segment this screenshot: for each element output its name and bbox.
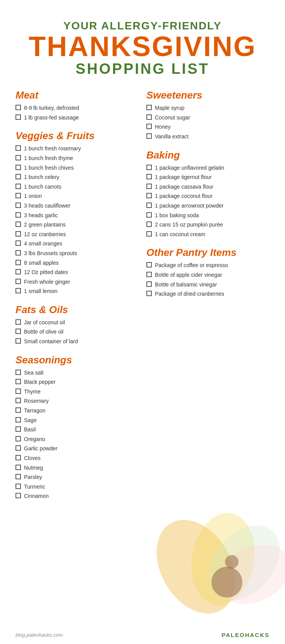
checkbox[interactable] <box>15 155 21 160</box>
list-item[interactable]: 1 bunch fresh rosemary <box>15 145 139 153</box>
checkbox[interactable] <box>15 231 21 237</box>
checkbox[interactable] <box>15 379 21 384</box>
checkbox[interactable] <box>146 193 152 198</box>
checkbox[interactable] <box>15 407 21 413</box>
checkbox[interactable] <box>146 124 152 129</box>
checkbox[interactable] <box>146 221 152 227</box>
checkbox[interactable] <box>15 174 21 179</box>
list-item[interactable]: 3 heads garlic <box>15 212 139 220</box>
checkbox[interactable] <box>15 250 21 256</box>
checkbox[interactable] <box>146 174 152 179</box>
checkbox[interactable] <box>146 114 152 120</box>
list-item[interactable]: 1 package coconut flour <box>146 193 270 200</box>
list-item[interactable]: Package of dried cranberries <box>146 290 270 298</box>
checkbox[interactable] <box>15 465 21 470</box>
list-item[interactable]: 1 bunch fresh thyme <box>15 155 139 162</box>
list-item[interactable]: 4 small oranges <box>15 240 139 248</box>
list-item[interactable]: Coconut sugar <box>146 114 270 122</box>
list-item[interactable]: Fresh whole ginger <box>15 278 139 286</box>
list-item[interactable]: 1 onion <box>15 193 139 200</box>
list-item[interactable]: 1 package tigernut flour <box>146 174 270 181</box>
list-item[interactable]: 12 Oz pitted dates <box>15 269 139 276</box>
checkbox[interactable] <box>15 370 21 375</box>
checkbox[interactable] <box>15 279 21 284</box>
list-item[interactable]: 8 small apples <box>15 259 139 267</box>
list-item[interactable]: Black pepper <box>15 378 139 386</box>
checkbox[interactable] <box>15 436 21 441</box>
checkbox[interactable] <box>15 184 21 189</box>
list-item[interactable]: Sage <box>15 417 139 424</box>
checkbox[interactable] <box>15 426 21 432</box>
checkbox[interactable] <box>15 221 21 227</box>
list-item[interactable]: Sea salt <box>15 369 139 377</box>
list-item[interactable]: Jar of coconut oil <box>15 319 139 327</box>
checkbox[interactable] <box>146 262 152 267</box>
list-item[interactable]: 1 small lemon <box>15 288 139 295</box>
list-item[interactable]: Turmeric <box>15 483 139 491</box>
list-item[interactable]: Package of coffee or espresso <box>146 262 270 269</box>
checkbox[interactable] <box>15 260 21 265</box>
checkbox[interactable] <box>15 212 21 218</box>
checkbox[interactable] <box>15 165 21 170</box>
list-item[interactable]: 1 package cassava flour <box>146 183 270 191</box>
list-item[interactable]: 2 cans 15 oz pumpkin purée <box>146 221 270 229</box>
checkbox[interactable] <box>146 231 152 237</box>
checkbox[interactable] <box>146 203 152 208</box>
checkbox[interactable] <box>15 417 21 423</box>
checkbox[interactable] <box>146 281 152 287</box>
list-item[interactable]: 1 lb grass-fed sausage <box>15 114 139 122</box>
checkbox[interactable] <box>15 288 21 293</box>
checkbox[interactable] <box>15 240 21 246</box>
list-item[interactable]: 1 bunch celery <box>15 174 139 181</box>
list-item[interactable]: 1 package arrowroot powder <box>146 202 270 210</box>
checkbox[interactable] <box>15 338 21 344</box>
checkbox[interactable] <box>146 212 152 218</box>
list-item[interactable]: 1 bunch fresh chives <box>15 164 139 172</box>
checkbox[interactable] <box>15 474 21 479</box>
list-item[interactable]: Small container of lard <box>15 338 139 346</box>
list-item[interactable]: Bottle of olive oil <box>15 328 139 336</box>
list-item[interactable]: Garlic powder <box>15 445 139 453</box>
list-item[interactable]: 1 box baking soda <box>146 212 270 220</box>
list-item[interactable]: Cinnamon <box>15 492 139 500</box>
checkbox[interactable] <box>15 455 21 460</box>
checkbox[interactable] <box>146 105 152 110</box>
list-item[interactable]: 12 oz cranberries <box>15 231 139 239</box>
checkbox[interactable] <box>146 133 152 139</box>
list-item[interactable]: Oregano <box>15 436 139 443</box>
list-item[interactable]: 1 package unflavored gelatin <box>146 164 270 172</box>
checkbox[interactable] <box>15 105 21 110</box>
checkbox[interactable] <box>15 398 21 403</box>
list-item[interactable]: Tarragon <box>15 407 139 415</box>
list-item[interactable]: 2 green plantains <box>15 221 139 229</box>
list-item[interactable]: 3 lbs Brussels sprouts <box>15 250 139 257</box>
list-item[interactable]: Thyme <box>15 388 139 396</box>
checkbox[interactable] <box>15 484 21 489</box>
list-item[interactable]: Bottle of balsamic vinegar <box>146 281 270 289</box>
checkbox[interactable] <box>146 184 152 189</box>
list-item[interactable]: Bottle of apple cider vinegar <box>146 271 270 279</box>
checkbox[interactable] <box>15 193 21 198</box>
checkbox[interactable] <box>146 272 152 277</box>
checkbox[interactable] <box>146 291 152 296</box>
list-item[interactable]: Rosemary <box>15 397 139 405</box>
list-item[interactable]: Vanilla extract <box>146 133 270 141</box>
checkbox[interactable] <box>15 145 21 151</box>
list-item[interactable]: Maple syrup <box>146 104 270 112</box>
list-item[interactable]: 3 heads cauliflower <box>15 202 139 210</box>
checkbox[interactable] <box>15 114 21 120</box>
list-item[interactable]: Nutmeg <box>15 464 139 472</box>
list-item[interactable]: 1 can coconut cream <box>146 231 270 239</box>
checkbox[interactable] <box>15 319 21 325</box>
checkbox[interactable] <box>15 493 21 498</box>
list-item[interactable]: Honey <box>146 123 270 131</box>
list-item[interactable]: 1 bunch carrots <box>15 183 139 191</box>
checkbox[interactable] <box>146 165 152 170</box>
list-item[interactable]: Parsley <box>15 474 139 481</box>
list-item[interactable]: 8-9 lb turkey, defrosted <box>15 104 139 112</box>
checkbox[interactable] <box>15 388 21 394</box>
list-item[interactable]: Basil <box>15 426 139 434</box>
list-item[interactable]: Cloves <box>15 455 139 462</box>
checkbox[interactable] <box>15 203 21 208</box>
checkbox[interactable] <box>15 269 21 274</box>
